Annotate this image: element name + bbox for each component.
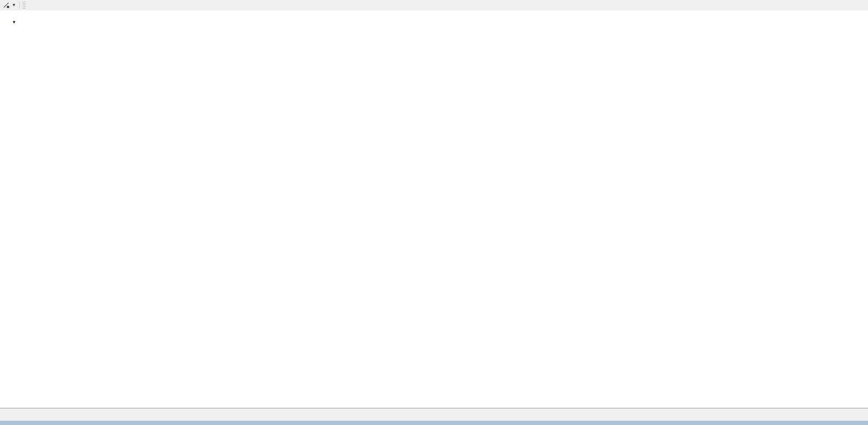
tool-dropdown-caret-icon[interactable]: ▼ [12, 3, 16, 7]
line-studies-icon[interactable] [1, 1, 12, 9]
chart-canvas[interactable] [0, 10, 868, 408]
chart-title: ▼ [5, 12, 28, 32]
toolbar-grip[interactable] [22, 2, 26, 9]
toolbar-separator [19, 2, 20, 9]
window-bottom-strip [0, 421, 868, 425]
mt4-window: ▼ ▼ [0, 0, 868, 425]
rsi-label [5, 298, 13, 317]
macd-label [5, 348, 13, 368]
timeframe-toolbar: ▼ [0, 0, 868, 10]
tab-bar [0, 408, 868, 421]
collapse-caret-icon[interactable]: ▼ [12, 20, 16, 25]
